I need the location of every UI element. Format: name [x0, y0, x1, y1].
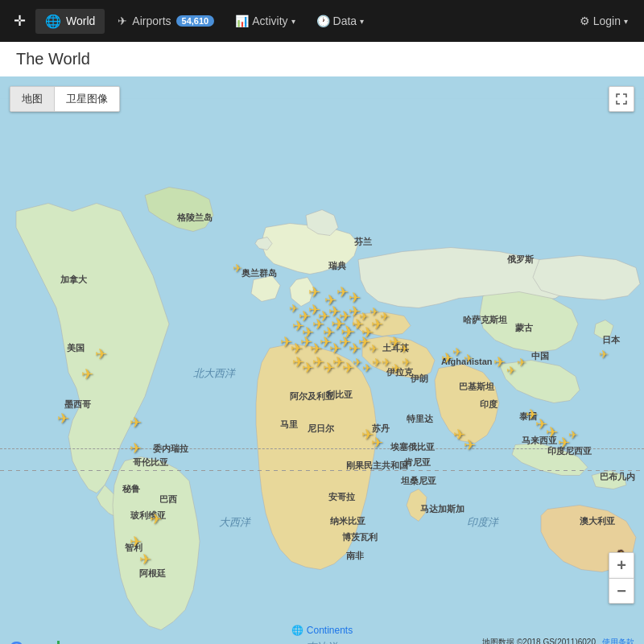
- globe-icon: 🌐: [45, 14, 61, 29]
- airplane-icon[interactable]: ✈: [362, 361, 372, 374]
- airplane-icon[interactable]: ✈: [464, 352, 473, 365]
- airplane-icon[interactable]: ✈: [371, 316, 383, 333]
- airplane-icon[interactable]: ✈: [369, 342, 378, 355]
- zoom-in-btn[interactable]: +: [609, 552, 634, 578]
- continents-section: 🌐 Continents: [291, 625, 353, 636]
- airplane-icon[interactable]: ✈: [599, 348, 609, 361]
- equator-line: [0, 448, 644, 449]
- map-type-btn-map[interactable]: 地图: [10, 87, 55, 111]
- airports-count-badge: 54,610: [176, 15, 215, 27]
- chevron-down-icon: ▾: [291, 17, 295, 26]
- airplane-icon[interactable]: ✈: [464, 436, 476, 454]
- airplane-icon[interactable]: ✈: [57, 410, 69, 427]
- airplane-icon[interactable]: ✈: [130, 414, 142, 431]
- map-fullscreen-btn[interactable]: [609, 86, 634, 112]
- data-icon: 🕐: [316, 14, 330, 27]
- airplane-icon[interactable]: ✈: [150, 510, 162, 528]
- nav-world-tab[interactable]: 🌐 World: [35, 9, 105, 34]
- nav-data-tab[interactable]: 🕐 Data ▾: [308, 10, 373, 32]
- nav-login-btn[interactable]: ⚙ Login ▾: [572, 10, 636, 32]
- navbar: ✛ 🌐 World ✈ Airports 54,610 📊 Activity ▾…: [0, 0, 644, 42]
- nav-login-label: Login: [593, 14, 621, 27]
- attribution-text: 地图数据 ©2018 GS(2011)6020: [482, 637, 596, 644]
- plane-icon: ✈: [118, 14, 127, 27]
- airplane-icon[interactable]: ✈: [506, 364, 516, 377]
- airplane-icon[interactable]: ✈: [308, 283, 320, 301]
- chevron-down-icon-2: ▾: [360, 17, 364, 26]
- crosshair-icon[interactable]: ✛: [8, 10, 31, 32]
- nav-airports-tab[interactable]: ✈ Airports 54,610: [109, 10, 222, 32]
- chevron-down-icon-3: ▾: [624, 17, 628, 26]
- airplane-icon[interactable]: ✈: [391, 361, 401, 374]
- map-container[interactable]: 地图 卫星图像 格陵兰岛芬兰瑞典俄罗斯哈萨克斯坦蒙古中国日本阿尔及利亚利比亚伊拉…: [0, 76, 644, 644]
- nav-world-label: World: [66, 14, 95, 27]
- airplane-icon[interactable]: ✈: [353, 356, 362, 369]
- airplane-icon[interactable]: ✈: [452, 345, 462, 358]
- terms-link[interactable]: 使用条款: [602, 637, 634, 644]
- map-attribution: 地图数据 ©2018 GS(2011)6020 使用条款: [482, 637, 634, 644]
- airplane-icon[interactable]: ✈: [139, 551, 151, 568]
- airplane-icon[interactable]: ✈: [441, 349, 453, 367]
- gear-icon: ⚙: [580, 14, 590, 27]
- continents-link[interactable]: Continents: [307, 625, 353, 636]
- google-logo: Google: [10, 638, 71, 644]
- airplane-icon[interactable]: ✈: [130, 440, 142, 457]
- airplane-icon[interactable]: ✈: [95, 345, 107, 363]
- airplane-icon[interactable]: ✈: [371, 434, 383, 452]
- airplane-icon[interactable]: ✈: [493, 353, 506, 371]
- map-type-buttons: 地图 卫星图像: [10, 86, 120, 112]
- nav-airports-label: Airports: [132, 14, 171, 27]
- airplane-icon[interactable]: ✈: [130, 533, 142, 551]
- airplane-icon[interactable]: ✈: [402, 356, 411, 369]
- airplane-icon[interactable]: ✈: [568, 428, 578, 441]
- activity-icon: 📊: [235, 14, 249, 27]
- airplane-icon[interactable]: ✈: [546, 423, 558, 441]
- nav-activity-tab[interactable]: 📊 Activity ▾: [227, 10, 303, 32]
- airplane-icon[interactable]: ✈: [289, 302, 299, 315]
- airplane-icon[interactable]: ✈: [517, 356, 526, 369]
- airplane-icon[interactable]: ✈: [336, 283, 349, 301]
- earth-icon: 🌐: [291, 625, 303, 636]
- airplane-icon[interactable]: ✈: [372, 356, 382, 369]
- nav-data-label: Data: [333, 14, 357, 27]
- nav-activity-label: Activity: [252, 14, 287, 27]
- zoom-out-btn[interactable]: −: [609, 578, 634, 604]
- airplane-icon[interactable]: ✈: [382, 356, 391, 369]
- airplane-icon[interactable]: ✈: [233, 262, 242, 275]
- map-type-btn-satellite[interactable]: 卫星图像: [55, 87, 119, 111]
- page-title: The World: [0, 42, 644, 76]
- airplane-icon[interactable]: ✈: [399, 342, 409, 355]
- map-zoom-controls: + −: [609, 552, 634, 604]
- airplane-icon[interactable]: ✈: [81, 365, 93, 383]
